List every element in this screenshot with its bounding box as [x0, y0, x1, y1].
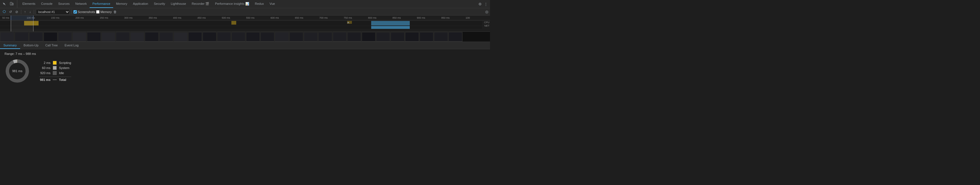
- ruler-selection[interactable]: [11, 16, 33, 20]
- screenshots-checkbox[interactable]: [73, 10, 77, 14]
- filmstrip-frame[interactable]: [419, 32, 434, 41]
- filmstrip-frame[interactable]: [87, 32, 101, 41]
- memory-checkbox[interactable]: [96, 10, 100, 14]
- filmstrip-frame[interactable]: [246, 32, 260, 41]
- filmstrip-frame-inner: [44, 33, 57, 41]
- filmstrip-frame-inner: [174, 33, 187, 41]
- tab-network[interactable]: Network: [73, 0, 90, 8]
- tab-performance[interactable]: Performance: [90, 0, 113, 8]
- tab-memory[interactable]: Memory: [113, 0, 130, 8]
- filmstrip-frame[interactable]: [145, 32, 159, 41]
- tab-redux[interactable]: Redux: [252, 0, 267, 8]
- toolbar-divider-3: [72, 9, 72, 14]
- trash-button[interactable]: 🗑: [113, 9, 118, 14]
- ruler-tick-2: 150 ms: [51, 16, 75, 19]
- record-button[interactable]: [2, 9, 7, 14]
- filmstrip-frame-inner: [88, 33, 100, 41]
- filmstrip-frame[interactable]: [14, 32, 29, 41]
- bottom-tabs: Summary Bottom-Up Call Tree Event Log: [0, 42, 490, 49]
- system-swatch: [53, 66, 57, 70]
- url-select[interactable]: localhost #1: [36, 9, 70, 15]
- filmstrip-frame[interactable]: [0, 32, 14, 41]
- tab-performance-insights[interactable]: Performance insights 📊: [212, 0, 252, 8]
- filmstrip-frame-inner: [261, 33, 274, 41]
- overview-selection[interactable]: [11, 21, 33, 32]
- filmstrip-frame[interactable]: [130, 32, 144, 41]
- filmstrip-frame[interactable]: [347, 32, 361, 41]
- filmstrip-frame-inner: [189, 33, 202, 41]
- filmstrip-frame[interactable]: [332, 32, 347, 41]
- legend-row-idle: 920 ms Idle: [39, 71, 71, 75]
- filmstrip-frame-inner: [377, 33, 390, 41]
- reload-button[interactable]: ↺: [8, 9, 13, 14]
- filmstrip-frame[interactable]: [116, 32, 130, 41]
- tab-vue[interactable]: Vue: [267, 0, 278, 8]
- filmstrip-frame[interactable]: [434, 32, 448, 41]
- idle-label: Idle: [59, 71, 64, 75]
- ruler-labels: 50 ms 100 ms 150 ms 200 ms 250 ms 300 ms…: [0, 16, 490, 19]
- ruler-tick-14: 750 ms: [344, 16, 368, 19]
- tab-summary[interactable]: Summary: [0, 42, 20, 49]
- filmstrip-frame[interactable]: [390, 32, 405, 41]
- idle-swatch: [53, 71, 57, 75]
- filmstrip-frame-inner: [275, 33, 288, 41]
- download-button[interactable]: ↓: [28, 9, 32, 14]
- tab-elements[interactable]: Elements: [19, 0, 38, 8]
- tab-application[interactable]: Application: [130, 0, 151, 8]
- filmstrip-frame[interactable]: [159, 32, 173, 41]
- legend-row-total: 981 ms Total: [39, 77, 71, 81]
- filmstrip-frame[interactable]: [448, 32, 463, 41]
- filmstrip-frame[interactable]: [101, 32, 115, 41]
- filmstrip-frame-inner: [406, 33, 418, 41]
- tab-event-log[interactable]: Event Log: [61, 42, 82, 49]
- filmstrip-frame[interactable]: [289, 32, 304, 41]
- filmstrip-frame[interactable]: [275, 32, 289, 41]
- memory-checkbox-label[interactable]: Memory: [96, 10, 112, 14]
- ruler-tick-17: 900 ms: [417, 16, 441, 19]
- total-label: Total: [59, 78, 66, 81]
- filmstrip-frame[interactable]: [202, 32, 216, 41]
- filmstrip-frame[interactable]: [58, 32, 72, 41]
- filmstrip-frame[interactable]: [217, 32, 231, 41]
- filmstrip-frame-inner: [304, 33, 317, 41]
- inspect-icon[interactable]: [1, 2, 7, 6]
- ruler-tick-12: 650 ms: [295, 16, 319, 19]
- settings-icon[interactable]: ⚙: [477, 2, 483, 7]
- filmstrip-frame[interactable]: [361, 32, 376, 41]
- filmstrip-frame[interactable]: [43, 32, 57, 41]
- donut-center-label: 981 ms: [12, 69, 22, 73]
- scripting-ms: 2 ms: [39, 61, 51, 65]
- tab-recorder[interactable]: Recorder 🎬: [189, 0, 212, 8]
- filmstrip-frame[interactable]: [231, 32, 245, 41]
- filmstrip-frame[interactable]: [304, 32, 318, 41]
- filmstrip-frame-inner: [348, 33, 361, 41]
- timeline-overview[interactable]: CPU NET: [0, 21, 490, 32]
- device-toggle-icon[interactable]: [8, 2, 15, 6]
- tab-call-tree[interactable]: Call Tree: [42, 42, 61, 49]
- filmstrip-frame[interactable]: [260, 32, 275, 41]
- tab-bottom-up[interactable]: Bottom-Up: [20, 42, 42, 49]
- filmstrip-frame[interactable]: [318, 32, 332, 41]
- upload-button[interactable]: ↑: [23, 9, 27, 14]
- tab-console[interactable]: Console: [38, 0, 55, 8]
- tab-lighthouse[interactable]: Lighthouse: [168, 0, 189, 8]
- filmstrip-frame[interactable]: [72, 32, 86, 41]
- more-options-icon[interactable]: ⋮: [483, 2, 489, 7]
- ruler-tick-16: 850 ms: [393, 16, 417, 19]
- filmstrip-frame[interactable]: [188, 32, 202, 41]
- filmstrip-frame[interactable]: [376, 32, 390, 41]
- summary-content: 981 ms 2 ms Scripting 60 ms System 920 m…: [5, 58, 485, 84]
- clear-button[interactable]: ⊘: [14, 9, 19, 14]
- ruler-tick-15: 800 ms: [368, 16, 393, 19]
- filmstrip-frame[interactable]: [29, 32, 43, 41]
- tab-security[interactable]: Security: [151, 0, 168, 8]
- capture-settings-button[interactable]: ◎: [485, 9, 488, 14]
- filmstrip-frame[interactable]: [173, 32, 188, 41]
- filmstrip-frame-inner: [160, 33, 173, 41]
- tab-sources[interactable]: Sources: [55, 0, 72, 8]
- filmstrip-frame-inner: [333, 33, 346, 41]
- filmstrip-frame-inner: [116, 33, 129, 41]
- filmstrip-frame[interactable]: [405, 32, 419, 41]
- filmstrip: // Will be rendered below: [0, 32, 490, 42]
- screenshots-checkbox-label[interactable]: Screenshots: [73, 10, 95, 14]
